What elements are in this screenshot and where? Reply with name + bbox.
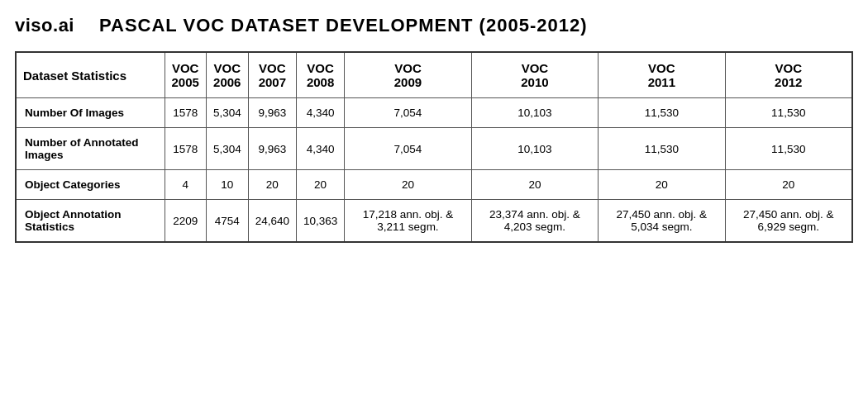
table-row: Number of Annotated Images15785,3049,963… [16,128,852,170]
cell-r0-c0: 1578 [165,98,206,128]
cell-r0-c3: 4,340 [296,98,344,128]
cell-r3-c7: 27,450 ann. obj. & 6,929 segm. [725,200,852,243]
cell-r1-c3: 4,340 [296,128,344,170]
page-header: viso.ai PASCAL VOC DATASET DEVELOPMENT (… [0,0,868,45]
page-title: PASCAL VOC DATASET DEVELOPMENT (2005-201… [99,15,588,36]
cell-r3-c2: 24,640 [248,200,296,243]
row-label-0: Number Of Images [16,98,165,128]
cell-r0-c7: 11,530 [725,98,852,128]
cell-r1-c4: 7,054 [345,128,471,170]
table-row: Object Categories410202020202020 [16,170,852,200]
cell-r0-c2: 9,963 [248,98,296,128]
cell-r1-c6: 11,530 [599,128,725,170]
cell-r3-c6: 27,450 ann. obj. & 5,034 segm. [599,200,725,243]
col-header-voc2011: VOC2011 [599,52,725,98]
cell-r2-c6: 20 [599,170,725,200]
cell-r1-c0: 1578 [165,128,206,170]
row-label-3: Object Annotation Statistics [16,200,165,243]
col-header-voc2007: VOC2007 [248,52,296,98]
col-header-voc2006: VOC2006 [206,52,248,98]
table-wrapper: Dataset Statistics VOC2005VOC2006VOC2007… [0,45,868,258]
col-header-voc2008: VOC2008 [296,52,344,98]
col-header-voc2010: VOC2010 [471,52,598,98]
cell-r1-c2: 9,963 [248,128,296,170]
row-label-2: Object Categories [16,170,165,200]
cell-r3-c0: 2209 [165,200,206,243]
cell-r3-c3: 10,363 [296,200,344,243]
col-header-voc2005: VOC2005 [165,52,206,98]
table-row: Object Annotation Statistics2209475424,6… [16,200,852,243]
cell-r1-c7: 11,530 [725,128,852,170]
logo: viso.ai [15,15,74,36]
cell-r2-c4: 20 [345,170,471,200]
cell-r2-c2: 20 [248,170,296,200]
table-row: Number Of Images15785,3049,9634,3407,054… [16,98,852,128]
header-row: Dataset Statistics VOC2005VOC2006VOC2007… [16,52,852,98]
cell-r1-c5: 10,103 [471,128,598,170]
cell-r3-c4: 17,218 ann. obj. & 3,211 segm. [345,200,471,243]
cell-r0-c6: 11,530 [599,98,725,128]
cell-r2-c1: 10 [206,170,248,200]
cell-r0-c4: 7,054 [345,98,471,128]
cell-r2-c7: 20 [725,170,852,200]
cell-r3-c5: 23,374 ann. obj. & 4,203 segm. [471,200,598,243]
col-header-label: Dataset Statistics [16,52,165,98]
cell-r3-c1: 4754 [206,200,248,243]
cell-r2-c3: 20 [296,170,344,200]
col-header-voc2009: VOC2009 [345,52,471,98]
row-label-1: Number of Annotated Images [16,128,165,170]
cell-r1-c1: 5,304 [206,128,248,170]
cell-r2-c5: 20 [471,170,598,200]
dataset-table: Dataset Statistics VOC2005VOC2006VOC2007… [15,51,853,243]
cell-r0-c5: 10,103 [471,98,598,128]
cell-r2-c0: 4 [165,170,206,200]
col-header-voc2012: VOC2012 [725,52,852,98]
cell-r0-c1: 5,304 [206,98,248,128]
